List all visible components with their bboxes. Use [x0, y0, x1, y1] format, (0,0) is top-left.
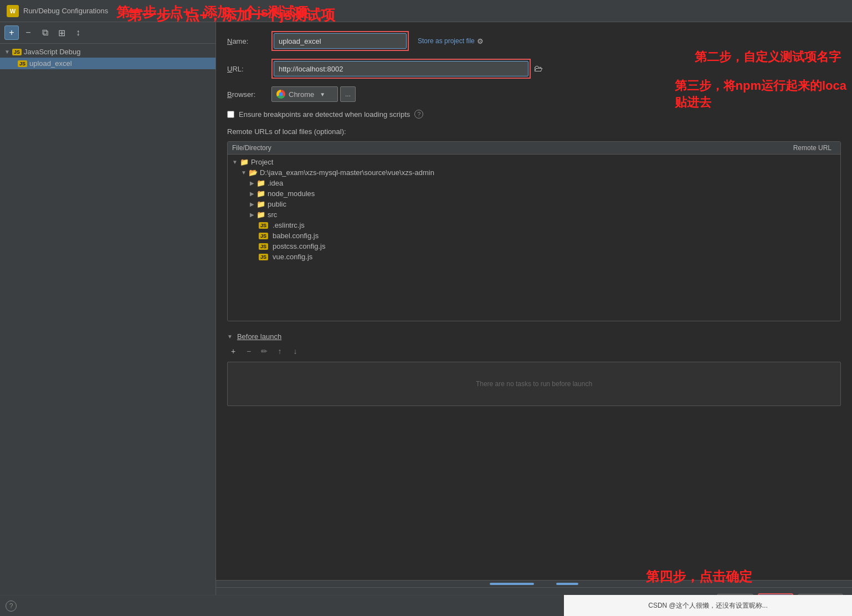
help-button[interactable]: ? [6, 600, 17, 612]
launch-up-btn[interactable]: ↑ [274, 345, 286, 357]
breakpoints-checkbox[interactable] [227, 111, 234, 118]
browser-row: Browser: Chrome ▼ ... [227, 86, 841, 102]
scrollbar-area [216, 580, 852, 587]
public-folder-icon: 📁 [256, 200, 265, 208]
add-button[interactable]: + [4, 25, 19, 40]
before-launch-header[interactable]: ▼ Before launch [227, 332, 841, 341]
js-badge: JS [12, 49, 22, 55]
file-node-node-modules[interactable]: ▶ 📁 node_modules [228, 188, 840, 199]
eslintrc-label: .eslintrc.js [273, 221, 305, 229]
launch-empty-area: There are no tasks to run before launch [227, 362, 841, 406]
browser-label: Browser: [227, 90, 271, 99]
breakpoints-checkbox-row: Ensure breakpoints are detected when loa… [227, 110, 841, 119]
before-launch-section: ▼ Before launch + − ✏ ↑ ↓ There are no t… [227, 332, 841, 406]
idea-folder-icon: 📁 [256, 179, 265, 187]
scroll-thumb-2[interactable] [556, 583, 578, 585]
file-node-eslintrc[interactable]: JS .eslintrc.js [228, 220, 840, 230]
url-row: URL: 🗁 [227, 59, 841, 79]
breakpoints-label: Ensure breakpoints are detected when loa… [239, 110, 410, 119]
store-project-link[interactable]: Store as project file [418, 37, 475, 45]
browser-select[interactable]: Chrome ▼ [271, 86, 338, 102]
browser-browse-button[interactable]: ... [340, 86, 356, 102]
before-launch-label: Before launch [237, 332, 281, 341]
sidebar-item-child-label: upload_excel [29, 59, 72, 68]
file-node-babel[interactable]: JS babel.config.js [228, 230, 840, 241]
file-tree-body: ▼ 📁 Project ▼ 📂 D:\java_exam\xzs-mysql-m… [228, 155, 840, 321]
sidebar: + − ⧉ ⊞ ↕ ▼ JS JavaScript Debug JS uploa… [0, 22, 216, 616]
eslintrc-js-badge: JS [259, 222, 268, 229]
scroll-thumb-1[interactable] [490, 583, 534, 585]
root-dir-label: D:\java_exam\xzs-mysql-master\source\vue… [260, 168, 434, 177]
title-bar: W Run/Debug Configurations [0, 0, 852, 22]
remove-button[interactable]: − [21, 25, 35, 40]
config-panel: Name: Store as project file ⚙ URL: 🗁 Bro… [216, 22, 852, 616]
vue-config-js-badge: JS [259, 254, 268, 260]
launch-empty-message: There are no tasks to run before launch [476, 380, 592, 388]
dropdown-arrow: ▼ [320, 91, 325, 97]
launch-down-btn[interactable]: ↓ [289, 345, 301, 357]
sidebar-item-upload-excel[interactable]: JS upload_excel [0, 58, 215, 69]
launch-toolbar: + − ✏ ↑ ↓ [227, 345, 841, 357]
file-node-src[interactable]: ▶ 📁 src [228, 209, 840, 220]
csdn-text: CSDN @这个人很懒，还没有设置昵称... [648, 601, 768, 610]
file-table-header: File/Directory Remote URL [228, 142, 840, 155]
src-label: src [268, 211, 277, 219]
file-node-idea[interactable]: ▶ 📁 .idea [228, 178, 840, 188]
help-icon[interactable]: ? [414, 110, 423, 119]
file-node-postcss[interactable]: JS postcss.config.js [228, 241, 840, 251]
launch-remove-btn[interactable]: − [243, 345, 255, 357]
postcss-label: postcss.config.js [273, 242, 325, 250]
launch-add-btn[interactable]: + [227, 345, 239, 357]
project-arrow: ▼ [232, 159, 238, 165]
idea-arrow: ▶ [250, 180, 254, 186]
project-folder-icon: 📁 [240, 158, 249, 166]
sort-button[interactable]: ↕ [71, 25, 85, 40]
sidebar-toolbar: + − ⧉ ⊞ ↕ [0, 22, 215, 44]
file-table: File/Directory Remote URL ▼ 📁 Project ▼ … [227, 141, 841, 321]
src-folder-icon: 📁 [256, 211, 265, 219]
node-modules-label: node_modules [268, 189, 315, 198]
browser-name: Chrome [289, 90, 314, 99]
babel-label: babel.config.js [273, 232, 319, 240]
name-label: Name: [227, 37, 271, 45]
before-launch-arrow: ▼ [227, 333, 233, 340]
tree-expand-arrow: ▼ [4, 49, 10, 55]
vue-config-label: vue.config.js [273, 253, 312, 261]
folder-button[interactable]: ⊞ [54, 25, 69, 40]
config-form: Name: Store as project file ⚙ URL: 🗁 Bro… [216, 22, 852, 580]
chrome-icon [276, 90, 285, 99]
name-row: Name: Store as project file ⚙ [227, 31, 841, 51]
file-node-public[interactable]: ▶ 📁 public [228, 199, 840, 209]
sidebar-item-js-debug[interactable]: ▼ JS JavaScript Debug [0, 46, 215, 58]
sidebar-tree: ▼ JS JavaScript Debug JS upload_excel [0, 44, 215, 597]
url-label: URL: [227, 65, 271, 73]
file-node-project[interactable]: ▼ 📁 Project [228, 157, 840, 167]
url-input[interactable] [274, 61, 528, 76]
url-open-icon: 🗁 [534, 64, 543, 74]
root-arrow: ▼ [241, 170, 247, 176]
postcss-js-badge: JS [259, 243, 268, 250]
sidebar-item-label: JavaScript Debug [24, 48, 81, 56]
app-icon: W [7, 5, 19, 17]
copy-button[interactable]: ⧉ [38, 25, 52, 40]
public-label: public [268, 200, 286, 208]
idea-label: .idea [268, 179, 283, 187]
babel-js-badge: JS [259, 233, 268, 239]
title-bar-text: Run/Debug Configurations [23, 7, 108, 15]
file-node-vue-config[interactable]: JS vue.config.js [228, 251, 840, 262]
remote-urls-label: Remote URLs of local files (optional): [227, 127, 841, 136]
col-directory: File/Directory [232, 144, 532, 152]
name-input[interactable] [274, 33, 407, 49]
node-modules-arrow: ▶ [250, 191, 254, 197]
store-settings-icon: ⚙ [477, 37, 484, 45]
file-node-root-dir[interactable]: ▼ 📂 D:\java_exam\xzs-mysql-master\source… [228, 167, 840, 178]
col-remote-url: Remote URL [532, 144, 836, 152]
js-badge-child: JS [18, 60, 27, 67]
node-modules-folder-icon: 📁 [256, 189, 265, 198]
root-folder-icon: 📂 [249, 168, 258, 177]
csdn-bar: CSDN @这个人很懒，还没有设置昵称... [564, 595, 852, 616]
project-label: Project [251, 158, 273, 166]
public-arrow: ▶ [250, 201, 254, 207]
launch-edit-btn[interactable]: ✏ [258, 345, 270, 357]
src-arrow: ▶ [250, 212, 254, 218]
